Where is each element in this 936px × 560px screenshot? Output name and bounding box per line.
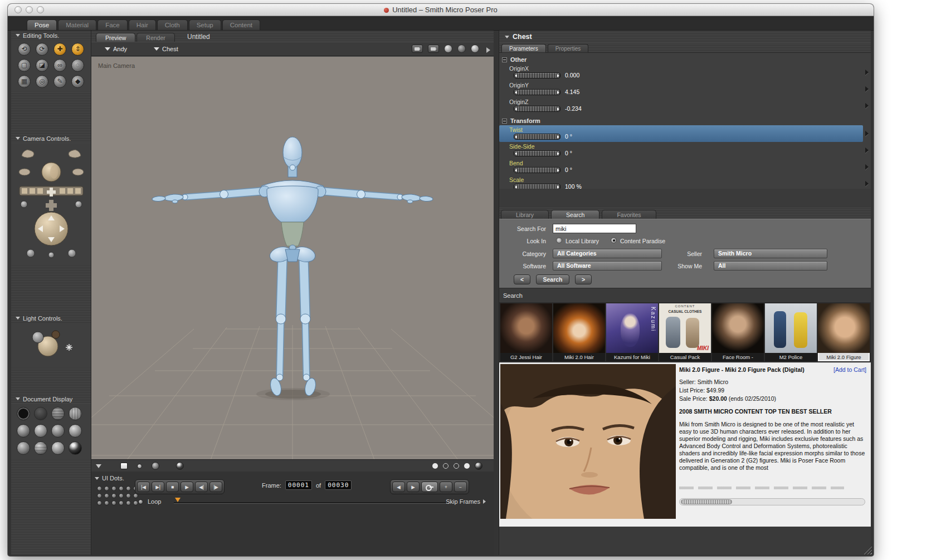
loop-toggle[interactable]: Loop (138, 498, 161, 505)
collapse-box-icon[interactable] (502, 119, 507, 124)
translate-in-out-tool-icon[interactable]: ⇕ (71, 43, 84, 56)
camera-dot-1[interactable] (432, 463, 438, 469)
param-value[interactable]: 4.145 (565, 89, 579, 95)
minimize-button[interactable] (26, 6, 33, 13)
camera-controls-widget[interactable] (11, 143, 91, 266)
color-tool-icon[interactable]: ◌ (71, 59, 84, 72)
ui-dot[interactable] (119, 500, 124, 505)
display-style-texture-shaded[interactable] (51, 441, 65, 455)
camera-dot-4[interactable] (464, 463, 470, 469)
result-kazumi[interactable]: Kazumi Kazumi for Miki (606, 303, 658, 361)
collapse-box-icon[interactable] (502, 57, 507, 62)
param-value[interactable]: 0 ° (565, 166, 572, 173)
scrollbar-thumb[interactable] (681, 499, 732, 504)
param-dial[interactable] (514, 134, 560, 140)
ui-dots-header[interactable]: UI Dots. (95, 475, 124, 482)
light-controls-header[interactable]: Light Controls. (11, 313, 91, 323)
panel-expand-icon[interactable] (486, 47, 490, 53)
tab-search[interactable]: Search (551, 210, 599, 219)
display-style-outline[interactable] (34, 407, 47, 420)
software-select[interactable]: All Software (553, 261, 662, 271)
ui-dot[interactable] (104, 500, 109, 505)
twist-tool-icon[interactable]: ⟳ (36, 43, 48, 56)
trackball-icon[interactable] (444, 45, 452, 53)
display-style-flat-lined[interactable] (51, 424, 65, 438)
show-me-select[interactable]: All (714, 261, 827, 271)
ui-dot[interactable] (111, 493, 116, 498)
ui-dot[interactable] (133, 500, 138, 505)
depth-cue-icon[interactable] (475, 462, 482, 470)
ui-dot[interactable] (97, 493, 102, 498)
tab-hair[interactable]: Hair (129, 19, 156, 30)
local-library-radio[interactable] (556, 237, 562, 243)
param-row-side-side[interactable]: Side-Side 0 ° (499, 142, 871, 159)
search-button[interactable]: Search (536, 274, 569, 284)
display-style-wireframe[interactable] (51, 407, 65, 420)
ui-dot[interactable] (119, 493, 124, 498)
add-keyframe-button[interactable]: + (440, 482, 452, 492)
tab-render[interactable]: Render (136, 33, 174, 42)
tracking-mode-icon[interactable] (176, 462, 184, 470)
tab-setup[interactable]: Setup (189, 19, 221, 30)
direct-manipulation-tool-icon[interactable]: ◆ (71, 75, 84, 88)
camera-select-icon[interactable] (428, 45, 439, 53)
ui-dot[interactable] (104, 493, 109, 498)
display-style-icon[interactable] (152, 462, 159, 470)
scale-tool-icon[interactable]: ▢ (18, 59, 31, 72)
ui-dot[interactable] (126, 493, 131, 498)
scrubber-marker[interactable] (175, 498, 181, 502)
param-menu-icon[interactable] (865, 131, 869, 136)
display-style-preview[interactable] (69, 441, 82, 455)
tab-material[interactable]: Material (58, 19, 96, 30)
ui-dot[interactable] (126, 500, 131, 505)
tab-cloth[interactable]: Cloth (157, 19, 188, 30)
play-button[interactable]: ▶ (181, 482, 193, 492)
group-transform[interactable]: Transform (499, 116, 871, 125)
result-miki-hair[interactable]: Miki 2.0 Hair (553, 303, 605, 361)
param-row-originy[interactable]: OriginY 4.145 (499, 81, 871, 97)
grouping-tool-icon[interactable]: ▦ (18, 75, 31, 88)
ui-dot[interactable] (97, 500, 102, 505)
parameters-actor-header[interactable]: Chest (499, 31, 871, 43)
total-frames-field[interactable]: 00030 (325, 480, 352, 490)
ui-dot[interactable] (104, 486, 109, 491)
param-row-twist[interactable]: Twist 0 ° (499, 125, 871, 142)
display-style-silhouette[interactable] (17, 407, 30, 420)
view-magnifier-tool-icon[interactable]: ◎ (36, 75, 48, 88)
tab-favorites[interactable]: Favorites (602, 210, 656, 219)
light-controls-widget[interactable] (11, 323, 91, 367)
viewport-3d[interactable]: Main Camera (91, 56, 494, 459)
current-frame-field[interactable]: 00001 (285, 480, 312, 490)
morphing-tool-icon[interactable]: ✎ (53, 75, 66, 88)
param-dial[interactable] (514, 184, 560, 189)
param-value[interactable]: 0 ° (565, 133, 572, 140)
rotate-tool-icon[interactable]: ⟲ (18, 43, 31, 56)
ui-dot[interactable] (119, 486, 124, 491)
last-frame-button[interactable]: ▶| (152, 482, 164, 492)
result-face-room[interactable]: Face Room - (712, 303, 764, 361)
param-dial[interactable] (514, 89, 560, 95)
step-back-button[interactable]: ◀| (195, 482, 208, 492)
param-menu-icon[interactable] (865, 181, 869, 186)
ui-dot[interactable] (126, 486, 131, 491)
param-menu-icon[interactable] (865, 86, 869, 92)
editing-tools-header[interactable]: Editing Tools. (11, 31, 91, 40)
actor-menu[interactable]: Chest (154, 46, 178, 52)
content-paradise-radio[interactable] (611, 237, 617, 243)
param-row-originz[interactable]: OriginZ -0.234 (499, 97, 871, 114)
document-display-header[interactable]: Document Display (11, 394, 91, 404)
tab-library[interactable]: Library (501, 210, 549, 219)
tab-parameters[interactable]: Parameters (501, 44, 546, 52)
result-g2-jessi-hair[interactable]: G2 Jessi Hair (500, 303, 552, 361)
close-button[interactable] (14, 6, 22, 13)
next-keyframe-button[interactable]: ▶ (407, 482, 420, 492)
param-menu-icon[interactable] (865, 70, 869, 75)
result-casual-pack[interactable]: CONTENT CASUAL CLOTHES MIKI Casual Pack (659, 303, 711, 361)
ui-dot[interactable] (111, 500, 116, 505)
next-page-button[interactable]: > (575, 274, 592, 284)
display-style-lit-wireframe[interactable] (17, 424, 30, 438)
tab-preview[interactable]: Preview (96, 33, 135, 42)
param-menu-icon[interactable] (865, 164, 869, 170)
first-frame-button[interactable]: |◀ (137, 482, 150, 492)
param-menu-icon[interactable] (865, 148, 869, 153)
